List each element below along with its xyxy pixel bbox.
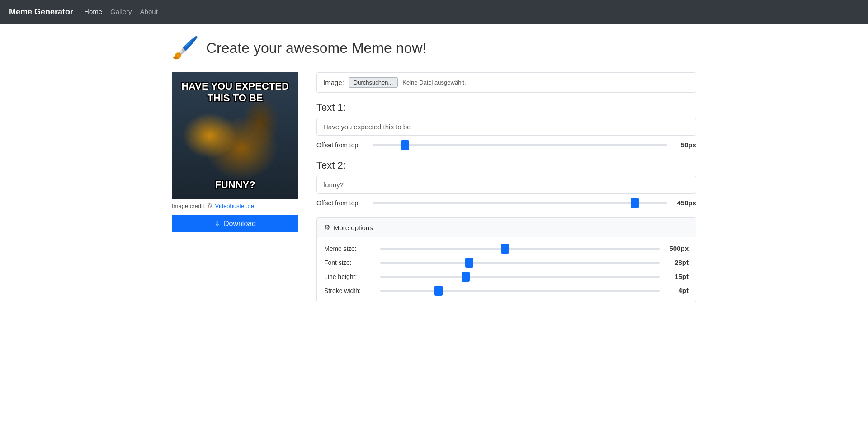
line-height-label: Line height: — [324, 273, 374, 280]
nav-link-about[interactable]: About — [140, 8, 158, 15]
more-options-panel: ⚙ More options Meme size: 500px Font siz… — [316, 217, 696, 302]
left-panel: HAVE YOU EXPECTED THIS TO BE FUNNY? Imag… — [172, 72, 298, 232]
page-header: 🖌️ Create your awesome Meme now! — [172, 37, 696, 59]
text2-offset-label: Offset from top: — [316, 199, 366, 207]
image-credit-prefix: Image credit: © — [172, 203, 212, 209]
content-layout: HAVE YOU EXPECTED THIS TO BE FUNNY? Imag… — [172, 72, 696, 302]
nav-links: Home Gallery About — [84, 8, 158, 16]
right-panel: Image: Durchsuchen... Keine Datei ausgew… — [316, 72, 696, 302]
gear-icon: ⚙ — [324, 223, 330, 231]
brush-icon: 🖌️ — [172, 37, 199, 59]
browse-button[interactable]: Durchsuchen... — [349, 77, 398, 88]
line-height-row: Line height: 15pt — [324, 273, 689, 280]
text2-input[interactable] — [316, 176, 696, 194]
image-label: Image: — [323, 79, 344, 86]
nav-item-home[interactable]: Home — [84, 8, 102, 16]
nav-brand: Meme Generator — [9, 7, 73, 17]
stroke-width-label: Stroke width: — [324, 287, 374, 294]
text1-title: Text 1: — [316, 102, 696, 113]
meme-size-row: Meme size: 500px — [324, 245, 689, 252]
image-upload-row: Image: Durchsuchen... Keine Datei ausgew… — [316, 72, 696, 93]
stroke-width-slider[interactable] — [380, 290, 660, 292]
text2-offset-slider[interactable] — [373, 202, 667, 204]
line-height-value: 15pt — [666, 273, 689, 280]
no-file-text: Keine Datei ausgewählt. — [402, 79, 466, 86]
meme-size-slider[interactable] — [380, 248, 660, 250]
nav-item-gallery[interactable]: Gallery — [110, 8, 132, 16]
meme-size-value: 500px — [666, 245, 689, 252]
download-button[interactable]: ⇩ Download — [172, 215, 298, 232]
meme-text-top: HAVE YOU EXPECTED THIS TO BE — [172, 80, 298, 104]
text2-offset-value: 450px — [674, 199, 696, 207]
image-credit: Image credit: © Videobuster.de — [172, 203, 298, 209]
text1-offset-slider[interactable] — [373, 144, 667, 146]
nav-link-gallery[interactable]: Gallery — [110, 8, 132, 15]
text2-section: Text 2: Offset from top: 450px — [316, 160, 696, 207]
stroke-width-row: Stroke width: 4pt — [324, 287, 689, 294]
meme-size-label: Meme size: — [324, 245, 374, 252]
more-options-body: Meme size: 500px Font size: 28pt Line he… — [317, 237, 696, 302]
nav-link-home[interactable]: Home — [84, 8, 102, 15]
more-options-header: ⚙ More options — [317, 218, 696, 237]
text1-section: Text 1: Offset from top: 50px — [316, 102, 696, 149]
download-icon: ⇩ — [214, 219, 220, 228]
font-size-label: Font size: — [324, 259, 374, 266]
download-label: Download — [224, 220, 256, 228]
text1-offset-label: Offset from top: — [316, 142, 366, 149]
text2-offset-row: Offset from top: 450px — [316, 199, 696, 207]
font-size-row: Font size: 28pt — [324, 259, 689, 266]
font-size-value: 28pt — [666, 259, 689, 266]
font-size-slider[interactable] — [380, 262, 660, 264]
image-credit-link[interactable]: Videobuster.de — [215, 203, 255, 209]
meme-text-bottom: FUNNY? — [172, 179, 298, 191]
text1-offset-value: 50px — [674, 141, 696, 149]
page-title: Create your awesome Meme now! — [206, 40, 426, 57]
text1-offset-row: Offset from top: 50px — [316, 141, 696, 149]
navbar: Meme Generator Home Gallery About — [0, 0, 868, 24]
text1-input[interactable] — [316, 118, 696, 136]
line-height-slider[interactable] — [380, 276, 660, 278]
main-container: 🖌️ Create your awesome Meme now! HAVE YO… — [163, 24, 705, 316]
meme-image-wrapper: HAVE YOU EXPECTED THIS TO BE FUNNY? — [172, 72, 298, 199]
stroke-width-value: 4pt — [666, 287, 689, 294]
nav-item-about[interactable]: About — [140, 8, 158, 16]
more-options-label: More options — [334, 224, 373, 231]
text2-title: Text 2: — [316, 160, 696, 171]
